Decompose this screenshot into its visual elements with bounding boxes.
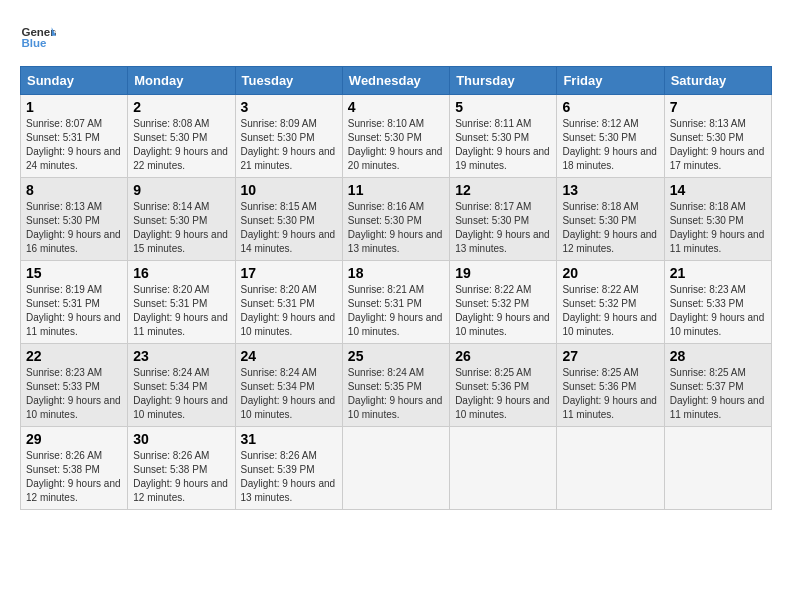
day-number: 29 xyxy=(26,431,122,447)
day-number: 3 xyxy=(241,99,337,115)
calendar-cell: 23 Sunrise: 8:24 AMSunset: 5:34 PMDaylig… xyxy=(128,344,235,427)
calendar-cell: 3 Sunrise: 8:09 AMSunset: 5:30 PMDayligh… xyxy=(235,95,342,178)
svg-text:General: General xyxy=(21,26,56,38)
calendar-cell: 16 Sunrise: 8:20 AMSunset: 5:31 PMDaylig… xyxy=(128,261,235,344)
calendar-table: SundayMondayTuesdayWednesdayThursdayFrid… xyxy=(20,66,772,510)
calendar-cell: 31 Sunrise: 8:26 AMSunset: 5:39 PMDaylig… xyxy=(235,427,342,510)
calendar-cell: 1 Sunrise: 8:07 AMSunset: 5:31 PMDayligh… xyxy=(21,95,128,178)
calendar-cell: 30 Sunrise: 8:26 AMSunset: 5:38 PMDaylig… xyxy=(128,427,235,510)
calendar-cell: 15 Sunrise: 8:19 AMSunset: 5:31 PMDaylig… xyxy=(21,261,128,344)
week-row-3: 22 Sunrise: 8:23 AMSunset: 5:33 PMDaylig… xyxy=(21,344,772,427)
weekday-header-wednesday: Wednesday xyxy=(342,67,449,95)
day-number: 7 xyxy=(670,99,766,115)
calendar-cell xyxy=(664,427,771,510)
day-number: 20 xyxy=(562,265,658,281)
calendar-cell: 13 Sunrise: 8:18 AMSunset: 5:30 PMDaylig… xyxy=(557,178,664,261)
day-info: Sunrise: 8:18 AMSunset: 5:30 PMDaylight:… xyxy=(562,201,657,254)
day-info: Sunrise: 8:25 AMSunset: 5:36 PMDaylight:… xyxy=(562,367,657,420)
svg-text:Blue: Blue xyxy=(21,37,47,49)
day-info: Sunrise: 8:24 AMSunset: 5:35 PMDaylight:… xyxy=(348,367,443,420)
day-info: Sunrise: 8:21 AMSunset: 5:31 PMDaylight:… xyxy=(348,284,443,337)
day-info: Sunrise: 8:12 AMSunset: 5:30 PMDaylight:… xyxy=(562,118,657,171)
weekday-header-monday: Monday xyxy=(128,67,235,95)
day-number: 31 xyxy=(241,431,337,447)
day-number: 19 xyxy=(455,265,551,281)
day-number: 5 xyxy=(455,99,551,115)
weekday-header-row: SundayMondayTuesdayWednesdayThursdayFrid… xyxy=(21,67,772,95)
calendar-cell: 22 Sunrise: 8:23 AMSunset: 5:33 PMDaylig… xyxy=(21,344,128,427)
week-row-1: 8 Sunrise: 8:13 AMSunset: 5:30 PMDayligh… xyxy=(21,178,772,261)
day-number: 1 xyxy=(26,99,122,115)
day-info: Sunrise: 8:26 AMSunset: 5:39 PMDaylight:… xyxy=(241,450,336,503)
calendar-cell: 9 Sunrise: 8:14 AMSunset: 5:30 PMDayligh… xyxy=(128,178,235,261)
day-number: 22 xyxy=(26,348,122,364)
calendar-cell: 2 Sunrise: 8:08 AMSunset: 5:30 PMDayligh… xyxy=(128,95,235,178)
day-number: 14 xyxy=(670,182,766,198)
week-row-2: 15 Sunrise: 8:19 AMSunset: 5:31 PMDaylig… xyxy=(21,261,772,344)
day-number: 10 xyxy=(241,182,337,198)
calendar-cell: 19 Sunrise: 8:22 AMSunset: 5:32 PMDaylig… xyxy=(450,261,557,344)
day-info: Sunrise: 8:15 AMSunset: 5:30 PMDaylight:… xyxy=(241,201,336,254)
calendar-cell: 14 Sunrise: 8:18 AMSunset: 5:30 PMDaylig… xyxy=(664,178,771,261)
calendar-cell: 20 Sunrise: 8:22 AMSunset: 5:32 PMDaylig… xyxy=(557,261,664,344)
day-number: 15 xyxy=(26,265,122,281)
weekday-header-tuesday: Tuesday xyxy=(235,67,342,95)
day-info: Sunrise: 8:23 AMSunset: 5:33 PMDaylight:… xyxy=(26,367,121,420)
calendar-cell: 10 Sunrise: 8:15 AMSunset: 5:30 PMDaylig… xyxy=(235,178,342,261)
day-info: Sunrise: 8:16 AMSunset: 5:30 PMDaylight:… xyxy=(348,201,443,254)
page-header: General Blue xyxy=(20,20,772,56)
day-number: 2 xyxy=(133,99,229,115)
calendar-cell: 26 Sunrise: 8:25 AMSunset: 5:36 PMDaylig… xyxy=(450,344,557,427)
calendar-cell: 8 Sunrise: 8:13 AMSunset: 5:30 PMDayligh… xyxy=(21,178,128,261)
day-number: 21 xyxy=(670,265,766,281)
calendar-cell: 17 Sunrise: 8:20 AMSunset: 5:31 PMDaylig… xyxy=(235,261,342,344)
day-number: 6 xyxy=(562,99,658,115)
day-info: Sunrise: 8:07 AMSunset: 5:31 PMDaylight:… xyxy=(26,118,121,171)
calendar-cell: 11 Sunrise: 8:16 AMSunset: 5:30 PMDaylig… xyxy=(342,178,449,261)
calendar-cell xyxy=(450,427,557,510)
day-info: Sunrise: 8:10 AMSunset: 5:30 PMDaylight:… xyxy=(348,118,443,171)
calendar-cell: 25 Sunrise: 8:24 AMSunset: 5:35 PMDaylig… xyxy=(342,344,449,427)
day-number: 26 xyxy=(455,348,551,364)
day-number: 24 xyxy=(241,348,337,364)
day-number: 4 xyxy=(348,99,444,115)
weekday-header-thursday: Thursday xyxy=(450,67,557,95)
day-number: 17 xyxy=(241,265,337,281)
day-info: Sunrise: 8:25 AMSunset: 5:36 PMDaylight:… xyxy=(455,367,550,420)
calendar-cell xyxy=(557,427,664,510)
day-number: 13 xyxy=(562,182,658,198)
logo-icon: General Blue xyxy=(20,20,56,56)
calendar-cell: 24 Sunrise: 8:24 AMSunset: 5:34 PMDaylig… xyxy=(235,344,342,427)
day-info: Sunrise: 8:08 AMSunset: 5:30 PMDaylight:… xyxy=(133,118,228,171)
day-info: Sunrise: 8:14 AMSunset: 5:30 PMDaylight:… xyxy=(133,201,228,254)
day-info: Sunrise: 8:13 AMSunset: 5:30 PMDaylight:… xyxy=(670,118,765,171)
week-row-4: 29 Sunrise: 8:26 AMSunset: 5:38 PMDaylig… xyxy=(21,427,772,510)
day-number: 16 xyxy=(133,265,229,281)
day-number: 30 xyxy=(133,431,229,447)
day-info: Sunrise: 8:09 AMSunset: 5:30 PMDaylight:… xyxy=(241,118,336,171)
day-info: Sunrise: 8:19 AMSunset: 5:31 PMDaylight:… xyxy=(26,284,121,337)
calendar-cell: 28 Sunrise: 8:25 AMSunset: 5:37 PMDaylig… xyxy=(664,344,771,427)
calendar-cell: 7 Sunrise: 8:13 AMSunset: 5:30 PMDayligh… xyxy=(664,95,771,178)
day-info: Sunrise: 8:20 AMSunset: 5:31 PMDaylight:… xyxy=(241,284,336,337)
weekday-header-saturday: Saturday xyxy=(664,67,771,95)
weekday-header-friday: Friday xyxy=(557,67,664,95)
day-info: Sunrise: 8:25 AMSunset: 5:37 PMDaylight:… xyxy=(670,367,765,420)
day-info: Sunrise: 8:24 AMSunset: 5:34 PMDaylight:… xyxy=(241,367,336,420)
day-info: Sunrise: 8:17 AMSunset: 5:30 PMDaylight:… xyxy=(455,201,550,254)
day-number: 28 xyxy=(670,348,766,364)
day-number: 18 xyxy=(348,265,444,281)
day-number: 11 xyxy=(348,182,444,198)
day-info: Sunrise: 8:26 AMSunset: 5:38 PMDaylight:… xyxy=(26,450,121,503)
calendar-cell xyxy=(342,427,449,510)
day-info: Sunrise: 8:24 AMSunset: 5:34 PMDaylight:… xyxy=(133,367,228,420)
day-number: 9 xyxy=(133,182,229,198)
week-row-0: 1 Sunrise: 8:07 AMSunset: 5:31 PMDayligh… xyxy=(21,95,772,178)
day-number: 27 xyxy=(562,348,658,364)
day-number: 23 xyxy=(133,348,229,364)
day-info: Sunrise: 8:20 AMSunset: 5:31 PMDaylight:… xyxy=(133,284,228,337)
calendar-cell: 18 Sunrise: 8:21 AMSunset: 5:31 PMDaylig… xyxy=(342,261,449,344)
day-number: 12 xyxy=(455,182,551,198)
calendar-cell: 5 Sunrise: 8:11 AMSunset: 5:30 PMDayligh… xyxy=(450,95,557,178)
weekday-header-sunday: Sunday xyxy=(21,67,128,95)
